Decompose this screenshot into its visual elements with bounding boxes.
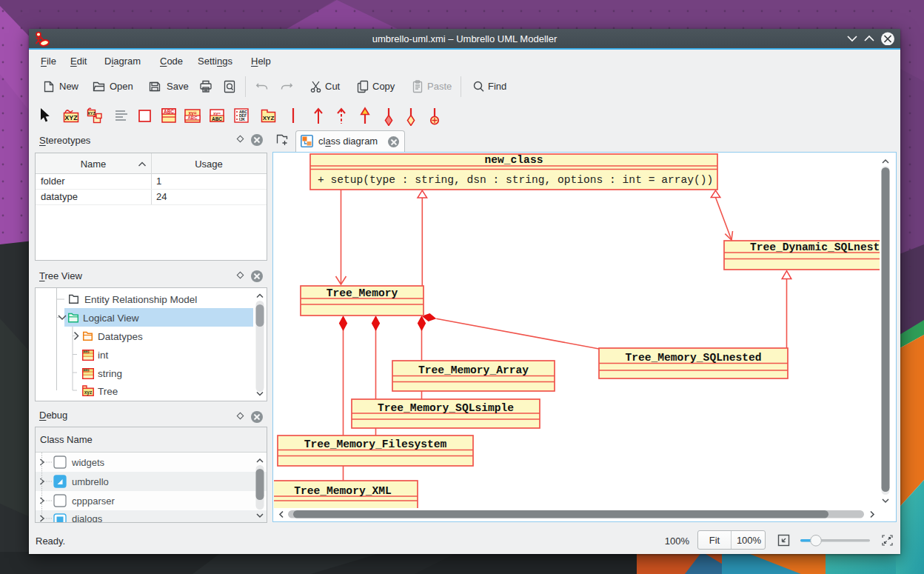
svg-text:int: int <box>98 350 109 361</box>
svg-text:Datatypes: Datatypes <box>98 331 143 342</box>
svg-text:ABC: ABC <box>164 109 174 114</box>
svg-text:Tree_Memory_XML: Tree_Memory_XML <box>294 485 391 497</box>
svg-text:Tree_Memory_SQLsimple: Tree_Memory_SQLsimple <box>378 402 514 414</box>
svg-text:Entity Relationship Model: Entity Relationship Model <box>84 294 197 305</box>
svg-text:Logical View: Logical View <box>83 313 139 324</box>
svg-text:IJK: IJK <box>239 117 245 121</box>
svg-text:dialogs: dialogs <box>72 513 103 523</box>
svg-text:XYZ: XYZ <box>263 115 275 121</box>
svg-text:Tree_Memory_Filesystem: Tree_Memory_Filesystem <box>304 438 447 450</box>
svg-text:XYZ: XYZ <box>87 111 96 116</box>
svg-text:widgets: widgets <box>71 457 105 468</box>
svg-text:Tree_Memory_SQLnested: Tree_Memory_SQLnested <box>626 352 762 364</box>
svg-text:cppparser: cppparser <box>72 495 115 507</box>
svg-text:+ setup(type : string, dsn : s: + setup(type : string, dsn : string, opt… <box>318 174 713 186</box>
svg-text:ABC: ABC <box>188 116 198 120</box>
svg-text:umbrello: umbrello <box>72 476 109 487</box>
svg-text:XYZ: XYZ <box>64 114 78 121</box>
svg-text:Tree_Memory_Array: Tree_Memory_Array <box>418 364 529 376</box>
svg-text:xy=: xy= <box>213 111 221 116</box>
svg-text:Tree_Dynamic_SQLnested: Tree_Dynamic_SQLnested <box>750 241 880 253</box>
svg-text:ABC: ABC <box>212 116 222 121</box>
svg-text:new_class: new_class <box>485 154 543 166</box>
svg-text:xyz: xyz <box>84 390 93 396</box>
svg-text:Tree_Memory: Tree_Memory <box>327 287 398 299</box>
svg-text:string: string <box>98 368 122 379</box>
svg-text:Tree: Tree <box>98 386 118 397</box>
